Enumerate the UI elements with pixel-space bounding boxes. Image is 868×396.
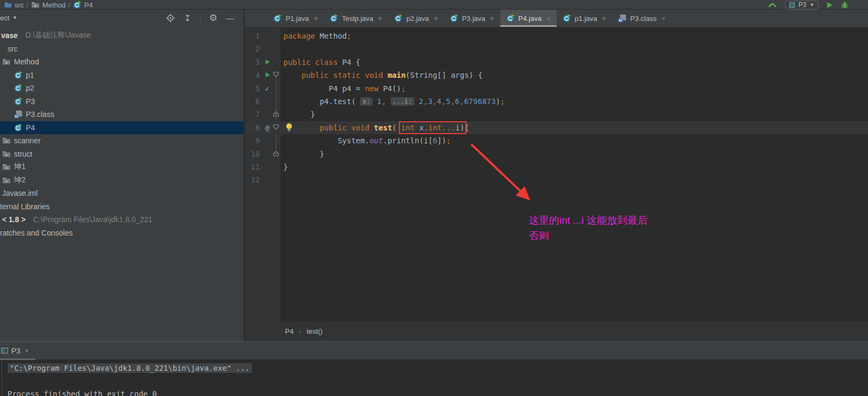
run-icon[interactable] (265, 72, 271, 78)
tree-item-Method[interactable]: Method (0, 55, 244, 69)
run-button[interactable] (826, 2, 833, 9)
close-icon[interactable]: × (546, 14, 551, 23)
fold-down-icon[interactable] (273, 71, 279, 78)
code-line-10[interactable]: 10 } (245, 148, 868, 160)
tree-item-P3[interactable]: P3 (0, 95, 244, 108)
fold-expand-icon[interactable] (273, 121, 280, 134)
editor-tab-p1.java[interactable]: p1.java× (557, 10, 612, 27)
tree-item-p2[interactable]: p2 (0, 82, 244, 95)
close-icon[interactable]: × (378, 14, 383, 23)
tree-item-ratches-and-Consoles[interactable]: ratches and Consoles (0, 226, 244, 240)
tree-item-P3.class[interactable]: 01P3.class (0, 108, 244, 121)
tree-item-ternal-Libraries[interactable]: ternal Libraries (0, 200, 244, 214)
project-view-dropdown[interactable]: ect ▼ (0, 14, 17, 22)
editor-tab-bar: P1.java×Testp.java×p2.java×P3.java×P4.ja… (245, 10, 868, 27)
code-line-4[interactable]: 4 public static void main(String[] args)… (245, 69, 868, 82)
run-gutter-icon[interactable] (263, 56, 272, 69)
close-icon[interactable]: × (434, 14, 438, 23)
code-line-7[interactable]: 7 } (245, 108, 868, 121)
fold-expand-icon[interactable] (273, 69, 280, 82)
editor-tab-Testp.java[interactable]: Testp.java× (324, 10, 388, 27)
code-token: i (455, 123, 459, 132)
fold-up-icon[interactable] (273, 150, 279, 157)
tree-item-P4[interactable]: P4 (0, 121, 244, 135)
bookmark-check-icon[interactable]: ✓ (263, 82, 272, 95)
code-token: } (283, 163, 288, 171)
package-icon (2, 163, 11, 171)
tab-label: p2.java (406, 14, 429, 23)
code-token: , (424, 97, 428, 106)
run-gutter-icon[interactable] (263, 69, 272, 82)
console-tab[interactable]: P3 × (1, 342, 29, 360)
run-configuration-select[interactable]: P3 ▼ (785, 1, 819, 10)
locate-file-icon[interactable] (166, 13, 175, 23)
package-icon (31, 1, 40, 9)
top-navigation-bar: src/Method/P4 P3 ▼ (0, 0, 868, 10)
tree-item-label: Method (14, 57, 39, 66)
nav-breadcrumb-Method[interactable]: Method (31, 1, 65, 9)
breadcrumb-method[interactable]: test() (307, 327, 323, 335)
hide-panel-icon[interactable]: — (226, 14, 234, 22)
close-icon[interactable]: × (313, 14, 318, 23)
code-line-1[interactable]: 1package Method; (245, 30, 868, 42)
close-icon[interactable]: × (490, 14, 494, 23)
console-output[interactable]: "C:\Program Files\Java\jdk1.8.0_221\bin\… (0, 360, 868, 396)
settings-gear-icon[interactable]: ⚙ (209, 13, 217, 23)
tab-label: P4.java (519, 14, 542, 23)
editor-tab-P3.class[interactable]: 01P3.class× (612, 10, 672, 27)
code-line-8[interactable]: 8@ public void test( int x,int...i){ (245, 121, 868, 134)
nav-breadcrumb-P4[interactable]: P4 (73, 1, 93, 9)
code-token: ; (500, 97, 505, 106)
fold-up-icon[interactable] (273, 111, 279, 117)
editor-tab-P4.java[interactable]: P4.java× (500, 10, 557, 27)
tree-item-vase[interactable]: vaseD:\基础注释\Javase (0, 29, 244, 42)
line-number: 7 (245, 108, 260, 121)
code-line-11[interactable]: 11} (245, 160, 868, 173)
collapse-all-icon[interactable] (184, 14, 192, 22)
tree-item-src[interactable]: src (0, 42, 244, 56)
code-line-2[interactable]: 2 (245, 42, 868, 55)
tab-label: Testp.java (342, 14, 374, 23)
code-token: out (369, 136, 383, 145)
fold-collapse-icon[interactable] (273, 148, 280, 160)
tree-item-坤1[interactable]: 坤1 (0, 160, 244, 174)
code-token: int (401, 123, 414, 132)
editor-tab-p2.java[interactable]: p2.java× (388, 10, 444, 27)
fold-down-icon[interactable] (273, 124, 279, 130)
debug-bug-icon[interactable] (841, 1, 849, 9)
editor-tab-P3.java[interactable]: P3.java× (444, 10, 500, 27)
code-token: int... (428, 123, 456, 132)
tree-item-label: ratches and Consoles (0, 229, 72, 237)
code-line-5[interactable]: 5✓ P4 p4 = new P4(); (245, 82, 868, 95)
tree-item-Javase.iml[interactable]: Javase.iml (0, 187, 244, 200)
editor-tab-P1.java[interactable]: P1.java× (267, 10, 324, 27)
package-icon (2, 150, 11, 158)
line-number: 2 (245, 42, 260, 55)
tree-item-坤2[interactable]: 坤2 (0, 174, 244, 187)
code-line-9[interactable]: 9 System.out.println(i[6]); (245, 134, 868, 147)
code-token: .println(i[ (383, 136, 433, 145)
nav-breadcrumb-src[interactable]: src (4, 1, 24, 9)
tree-item-scanner[interactable]: scanner (0, 134, 244, 148)
fold-collapse-icon[interactable] (273, 108, 280, 121)
bookmark-at-icon[interactable]: @ (263, 121, 272, 135)
tree-item-label: struct (14, 150, 32, 158)
tree-item-<-1.8->[interactable]: < 1.8 >C:\Program Files\Java\jdk1.8.0_22… (0, 213, 244, 226)
build-hammer-icon[interactable] (768, 1, 777, 9)
code-editor[interactable]: 1package Method;23public class P4 {4 pub… (245, 27, 868, 321)
code-line-6[interactable]: 6 p4.test( x: 1, ...i: 2,3,4,5,6,6796873… (245, 95, 868, 108)
code-token: main (388, 71, 406, 79)
run-icon[interactable] (265, 59, 271, 65)
tree-item-struct[interactable]: struct (0, 148, 244, 161)
close-icon[interactable]: × (25, 347, 29, 355)
line-number: 4 (245, 69, 260, 82)
close-icon[interactable]: × (602, 14, 606, 23)
tree-item-label: Javase.iml (2, 189, 38, 197)
code-token: x (414, 123, 424, 132)
code-token: , (450, 97, 455, 106)
breadcrumb-class[interactable]: P4 (285, 327, 294, 335)
tree-item-p1[interactable]: p1 (0, 69, 244, 82)
code-line-3[interactable]: 3public class P4 { (245, 56, 868, 69)
code-line-12[interactable]: 12 (245, 173, 868, 186)
close-icon[interactable]: × (661, 14, 666, 23)
